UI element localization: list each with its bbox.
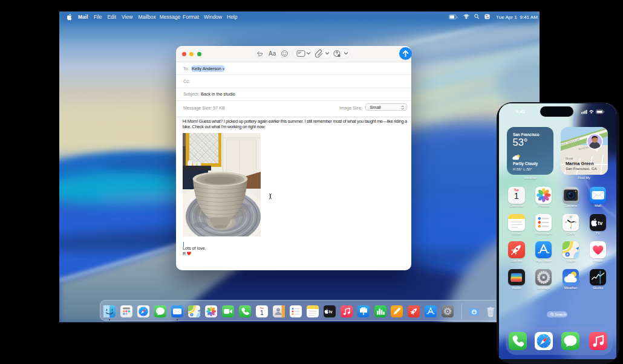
svg-text:9: 9: [565, 221, 566, 224]
svg-text:Now: Now: [566, 157, 573, 160]
svg-text:tv: tv: [598, 220, 602, 226]
svg-text:tv: tv: [328, 310, 332, 314]
svg-text:6: 6: [570, 227, 572, 229]
svg-text:Aa: Aa: [269, 50, 276, 57]
svg-text:Marina Green: Marina Green: [566, 161, 594, 166]
svg-text:3: 3: [575, 221, 576, 224]
svg-text:San Francisco, CA: San Francisco, CA: [566, 166, 597, 171]
svg-text:12: 12: [570, 216, 572, 218]
